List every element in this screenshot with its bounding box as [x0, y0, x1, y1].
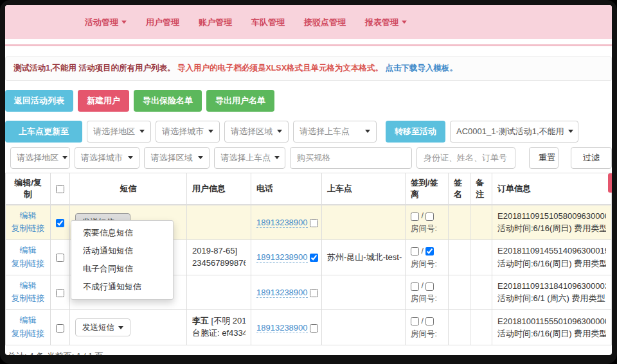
city-select[interactable]: 请选择城市 — [156, 121, 220, 143]
sign-in-checkbox[interactable] — [411, 282, 419, 291]
phone-checkbox[interactable] — [310, 289, 318, 297]
row-checkbox[interactable] — [56, 254, 64, 262]
row-checkbox[interactable] — [56, 219, 64, 227]
nav-account-management[interactable]: 账户管理 — [199, 17, 232, 28]
order-number: E2018110913184109630000312 — [497, 280, 606, 293]
header-phone: 电话 — [251, 173, 322, 205]
pickup-cell — [322, 275, 406, 310]
sign-out-checkbox[interactable] — [425, 247, 434, 256]
alert-warning: 导入用户的电子档必须是XLSX格式且单元格为文本格式。 — [177, 64, 383, 73]
header-note: 备注 — [470, 173, 492, 205]
reset-button[interactable]: 重置 — [529, 147, 559, 169]
back-to-activities-button[interactable]: 返回活动列表 — [5, 90, 73, 112]
menu-item-activity-notice-sms[interactable]: 活动通知短信 — [71, 242, 173, 260]
phone-checkbox[interactable] — [310, 324, 318, 333]
nav-activity-management[interactable]: 活动管理 — [85, 17, 127, 28]
caret-down-icon — [365, 130, 370, 133]
sms-dropdown-menu: 索要信息短信 活动通知短信 电子合同短信 不成行通知短信 — [71, 220, 174, 300]
phone-link[interactable]: 18913238900 — [256, 252, 308, 263]
nav-user-management[interactable]: 用户管理 — [146, 17, 179, 28]
caret-down-icon — [402, 21, 407, 24]
sign-in-checkbox[interactable] — [411, 317, 419, 325]
note-cell — [470, 205, 492, 240]
caret-down-icon — [121, 21, 127, 24]
order-activity-info: 活动时间:6/16(周日) 费用类型 — [497, 327, 606, 340]
download-template-link[interactable]: 点击下载导入模板。 — [386, 64, 458, 73]
menu-item-cancel-notice-sms[interactable]: 不成行通知短信 — [71, 278, 173, 296]
pickup-cell: 苏州-昆山-城北-test- — [322, 240, 406, 275]
menu-item-econtract-sms[interactable]: 电子合同短信 — [71, 260, 173, 278]
phone-checkbox[interactable] — [310, 254, 318, 262]
sign-out-checkbox[interactable] — [425, 282, 434, 291]
note-cell — [470, 240, 492, 275]
signature-cell — [449, 240, 470, 275]
phone-checkbox[interactable] — [310, 219, 318, 227]
room-label: 房间号: — [411, 292, 443, 305]
header-pickup: 上车点 — [322, 173, 406, 205]
pickup-filter-select[interactable]: 请选择上车点 — [214, 147, 285, 169]
alert-banner: 测试活动1,不能用 活动项目的所有用户列表。 导入用户的电子档必须是XLSX格式… — [5, 56, 612, 81]
page: 活动管理 用户管理 账户管理 车队管理 接驳点管理 报表管理 测试活动1,不能用… — [5, 5, 612, 355]
clipped-danger-button[interactable] — [608, 173, 612, 193]
search-input[interactable] — [416, 147, 515, 169]
pickup-update-filter-row: 上车点更新至 请选择地区 请选择城市 请选择区域 请选择上车点 转移至活动 AC… — [5, 121, 612, 143]
send-sms-button[interactable]: 发送短信 — [75, 318, 130, 336]
top-navbar: 活动管理 用户管理 账户管理 车队管理 接驳点管理 报表管理 — [5, 5, 612, 39]
room-label: 房间号: — [411, 327, 443, 340]
caret-down-icon — [208, 130, 213, 133]
order-number: E2018110915105800963000025 — [497, 210, 606, 223]
note-cell — [470, 310, 492, 345]
copy-link[interactable]: 复制链接 — [11, 292, 45, 306]
transfer-to-activity-button[interactable]: 转移至活动 — [386, 121, 445, 143]
export-users-button[interactable]: 导出用户名单 — [206, 90, 274, 112]
caret-down-icon — [118, 326, 123, 329]
update-pickup-button[interactable]: 上车点更新至 — [5, 121, 82, 143]
filter-button[interactable]: 过滤 — [571, 147, 612, 169]
header-sign: 签到/签离 — [406, 173, 449, 205]
district-select[interactable]: 请选择区域 — [224, 121, 289, 143]
signature-cell — [449, 310, 470, 345]
screenshot-frame: 活动管理 用户管理 账户管理 车队管理 接驳点管理 报表管理 测试活动1,不能用… — [0, 0, 617, 364]
nav-divider — [5, 44, 612, 46]
nav-report-management[interactable]: 报表管理 — [365, 17, 407, 28]
order-number: E2018110914551409630001952 — [497, 245, 606, 257]
sign-out-checkbox[interactable] — [425, 212, 434, 221]
table-header-row: 编辑/复制 短信 用户信息 电话 上车点 签到/签离 签名 备注 订单信息 — [6, 173, 612, 205]
city-filter-select[interactable]: 请选择城市 — [75, 147, 140, 169]
sign-out-checkbox[interactable] — [425, 317, 434, 325]
note-cell — [470, 275, 492, 310]
table-row: 编辑复制链接 发送短信 李五 [不明 2019-01-31]台胞证: ef433… — [6, 310, 612, 345]
region-select[interactable]: 请选择地区 — [87, 121, 151, 143]
room-label: 房间号: — [411, 222, 443, 235]
nav-fleet-management[interactable]: 车队管理 — [251, 17, 285, 28]
activity-select[interactable]: AC0001_1-测试活动1,不能用 — [450, 121, 578, 143]
new-user-button[interactable]: 新建用户 — [78, 90, 129, 112]
region-filter-select[interactable]: 请选择地区 — [10, 147, 70, 169]
select-all-checkbox[interactable] — [56, 185, 64, 193]
signature-cell — [449, 275, 470, 310]
copy-link[interactable]: 复制链接 — [11, 327, 45, 341]
header-signature: 签名 — [449, 173, 470, 205]
phone-link[interactable]: 18913238900 — [256, 218, 308, 228]
caret-down-icon — [568, 130, 573, 133]
export-insurance-button[interactable]: 导出保险名单 — [134, 90, 202, 112]
order-activity-info: 活动时间:6/16(周日) 费用类型 — [497, 257, 606, 270]
phone-link[interactable]: 18913238900 — [256, 288, 308, 298]
edit-link[interactable]: 编辑 — [11, 314, 45, 327]
phone-link[interactable]: 18913238900 — [256, 323, 308, 333]
sign-in-checkbox[interactable] — [411, 247, 419, 256]
edit-link[interactable]: 编辑 — [11, 244, 45, 257]
edit-link[interactable]: 编辑 — [11, 209, 45, 223]
edit-link[interactable]: 编辑 — [11, 279, 45, 293]
purchase-spec-input[interactable] — [290, 147, 412, 169]
menu-item-request-info-sms[interactable]: 索要信息短信 — [71, 224, 173, 242]
row-checkbox[interactable] — [56, 324, 64, 333]
district-filter-select[interactable]: 请选择区域 — [144, 147, 210, 169]
copy-link[interactable]: 复制链接 — [11, 222, 45, 236]
nav-pickup-point-management[interactable]: 接驳点管理 — [304, 17, 346, 28]
pickup-point-select[interactable]: 请选择上车点 — [293, 121, 377, 143]
sign-in-checkbox[interactable] — [411, 212, 419, 221]
caret-down-icon — [139, 130, 145, 133]
copy-link[interactable]: 复制链接 — [11, 257, 45, 271]
row-checkbox[interactable] — [56, 289, 64, 297]
